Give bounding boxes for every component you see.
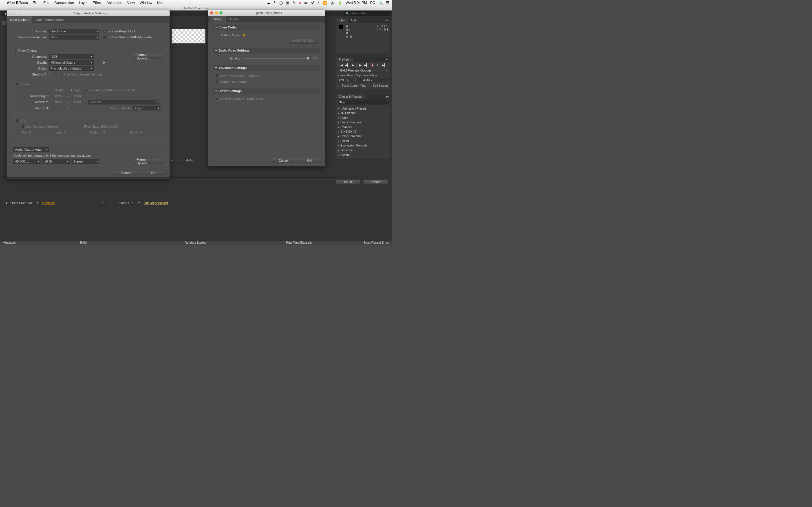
format-options-button[interactable]: Format Options...: [133, 54, 163, 59]
include-xmp-checkbox[interactable]: [103, 36, 106, 39]
qt-cancel-button[interactable]: Cancel: [272, 158, 295, 163]
audio-format-options-button[interactable]: Format Options...: [133, 159, 163, 164]
menu-icon[interactable]: ☰: [386, 1, 389, 5]
output-module-value[interactable]: Lossless: [42, 201, 55, 205]
fx-item[interactable]: ▸Channel: [336, 125, 391, 129]
quality-value[interactable]: 100: [312, 57, 317, 61]
remove-button[interactable]: −: [107, 201, 111, 205]
zoom-icon[interactable]: [18, 11, 21, 15]
clock[interactable]: Wed 5:04 PM: [346, 1, 367, 5]
ok-button[interactable]: OK: [141, 170, 165, 175]
next-frame-icon[interactable]: ▎▶: [357, 63, 361, 67]
starting-value[interactable]: 0: [49, 73, 60, 76]
framerate-select[interactable]: (29.97): [338, 78, 353, 82]
tab-effects[interactable]: Effects & Presets×: [336, 94, 366, 99]
fx-item[interactable]: ▸3D Channel: [336, 111, 391, 115]
app-icon[interactable]: ▦: [286, 1, 289, 5]
menu-file[interactable]: File: [33, 1, 38, 5]
close-icon[interactable]: ×: [362, 96, 363, 98]
limit-bitrate-checkbox[interactable]: [216, 98, 219, 101]
bluetooth-icon[interactable]: ᚼ: [317, 1, 319, 5]
app-name[interactable]: After Effects: [7, 1, 28, 5]
qt-tab-audio[interactable]: Audio: [226, 16, 241, 22]
audio-output-select[interactable]: Audio Output Auto: [13, 147, 49, 152]
depth-select[interactable]: Millions of Colors: [49, 60, 94, 65]
last-frame-icon[interactable]: ▶▎: [364, 63, 368, 67]
close-icon[interactable]: ×: [350, 59, 351, 61]
panel-menu-icon[interactable]: ▾≡: [384, 57, 391, 62]
first-frame-icon[interactable]: ▎◀: [338, 63, 343, 67]
menu-animation[interactable]: Animation: [107, 1, 122, 5]
post-render-select[interactable]: None: [49, 35, 99, 40]
tool-icon[interactable]: ✎: [293, 1, 296, 5]
resize-quality-select[interactable]: High: [133, 106, 160, 110]
fx-item[interactable]: ▸Blur & Sharpen: [336, 120, 391, 125]
effects-search[interactable]: 🔍▾: [338, 101, 389, 105]
collapse-icon[interactable]: [215, 67, 217, 69]
wifi-icon[interactable]: 📶: [323, 1, 327, 5]
play-icon[interactable]: ▶: [352, 63, 354, 67]
user-menu[interactable]: PC: [370, 1, 375, 5]
codec-settings-button[interactable]: Codec Settings: [290, 39, 317, 44]
close-icon[interactable]: [210, 11, 213, 14]
panel-menu-icon[interactable]: ▾≡: [384, 94, 391, 99]
close-icon[interactable]: [8, 11, 11, 15]
codec-value[interactable]: 0: [243, 33, 245, 37]
viewer-button[interactable]: [174, 158, 179, 162]
sync-icon[interactable]: ↺: [311, 1, 314, 5]
fx-item[interactable]: ▸Distort: [336, 138, 391, 143]
from-current-checkbox[interactable]: [338, 84, 341, 87]
tab-main-options[interactable]: Main Options: [7, 16, 33, 23]
ram-preview-icon[interactable]: ▶▎: [382, 63, 387, 67]
ram-preview-select[interactable]: RAM Preview Options: [338, 68, 389, 73]
notification-badge[interactable]: 5: [273, 1, 275, 5]
quality-slider[interactable]: [243, 58, 308, 59]
tab-preview[interactable]: Preview×: [336, 57, 354, 62]
skip-select[interactable]: 0: [354, 78, 361, 82]
resolution-select[interactable]: Auto: [362, 78, 389, 82]
resize-custom-select[interactable]: Custom: [88, 100, 159, 104]
close-icon[interactable]: ×: [344, 19, 346, 22]
cancel-button[interactable]: Cancel: [114, 170, 139, 175]
fx-item[interactable]: ▸Keying: [336, 152, 391, 157]
battery-icon[interactable]: 🔋: [338, 1, 342, 5]
dropdown-icon[interactable]: ▾: [137, 201, 141, 205]
prev-frame-icon[interactable]: ◀▎: [345, 63, 350, 67]
search-help[interactable]: 🔍 Search Help: [344, 11, 391, 15]
format-select[interactable]: QuickTime: [49, 29, 99, 34]
fx-item[interactable]: ▸Color Correction: [336, 134, 391, 138]
dropdown-icon[interactable]: ▾: [36, 201, 40, 205]
fx-item[interactable]: ▸CINEMA 4D: [336, 129, 391, 134]
volume-icon[interactable]: 🔊: [331, 1, 335, 5]
full-screen-checkbox[interactable]: [369, 84, 372, 87]
fx-item[interactable]: ▸Audio: [336, 115, 391, 120]
menu-layer[interactable]: Layer: [79, 1, 88, 5]
minimize-icon[interactable]: [215, 11, 218, 14]
pause-button[interactable]: Pause: [336, 179, 361, 184]
resize-checkbox[interactable]: [16, 82, 19, 86]
dialog-titlebar[interactable]: QuickTime Options: [208, 10, 325, 16]
tab-audio[interactable]: Audio: [348, 18, 361, 23]
record-icon[interactable]: ●: [299, 1, 301, 5]
color-select[interactable]: Premultiplied (Matted): [49, 66, 94, 71]
fx-item[interactable]: ▸Generate: [336, 148, 391, 152]
menu-window[interactable]: Window: [140, 1, 152, 5]
reorder-checkbox[interactable]: [216, 80, 219, 83]
menu-help[interactable]: Help: [157, 1, 164, 5]
keyframe-checkbox[interactable]: [216, 74, 219, 77]
qt-tab-video[interactable]: Video: [211, 16, 226, 22]
menu-composition[interactable]: Composition: [54, 1, 74, 5]
menu-view[interactable]: View: [127, 1, 135, 5]
output-to-value[interactable]: Not yet specified: [144, 201, 168, 205]
minimize-icon[interactable]: [13, 11, 16, 15]
fx-item[interactable]: ▸Expression Controls: [336, 144, 391, 148]
mute-icon[interactable]: 🔇: [371, 63, 375, 67]
audio-bit-select[interactable]: 16 Bit: [43, 159, 70, 164]
tab-info[interactable]: Info×: [336, 18, 348, 23]
qt-ok-button[interactable]: OK: [298, 158, 321, 163]
expand-icon[interactable]: ▸: [6, 201, 8, 205]
menu-edit[interactable]: Edit: [43, 1, 50, 5]
zoom-icon[interactable]: [219, 11, 222, 14]
cloud-icon[interactable]: ☁: [267, 1, 270, 5]
tab-color-management[interactable]: Color Management: [33, 16, 67, 23]
